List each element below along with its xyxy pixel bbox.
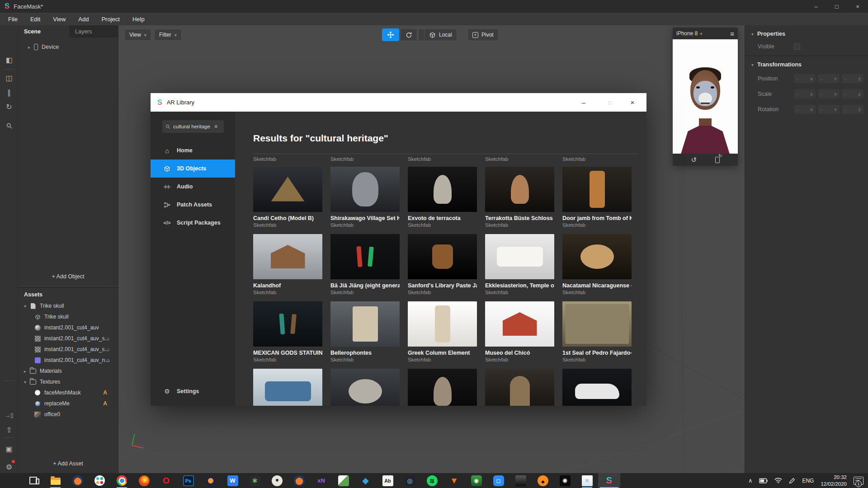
- position-z-field[interactable]: -Z: [842, 74, 863, 83]
- taskbar-lens-studio[interactable]: S: [598, 473, 620, 488]
- library-item-card[interactable]: MEXICAN GODS STATUINE ... Sketchfab: [253, 301, 322, 362]
- library-item-card[interactable]: Bā Jiǎ Jiāng (eight general... Sketchfab: [330, 234, 400, 295]
- library-item-card[interactable]: Sanford's Library Paste Jar Sketchfab: [408, 234, 477, 295]
- taskbar-translator[interactable]: Ab: [377, 473, 399, 488]
- search-zoom-icon[interactable]: [0, 120, 18, 131]
- item-thumbnail[interactable]: [485, 369, 554, 406]
- asset-row-textures-folder[interactable]: ▾ Textures: [18, 376, 118, 387]
- collapse-arrow-icon[interactable]: ▾: [751, 62, 754, 67]
- library-item-card[interactable]: Kalandhof Sketchfab: [253, 234, 322, 295]
- move-tool-button[interactable]: [382, 28, 399, 41]
- item-thumbnail[interactable]: [485, 234, 554, 279]
- taskbar-xnview[interactable]: xN: [310, 473, 332, 488]
- taskbar-zoom[interactable]: ◻: [487, 473, 509, 488]
- item-thumbnail[interactable]: [253, 301, 322, 347]
- taskbar-chrome[interactable]: [111, 473, 133, 488]
- dialog-minimize-button[interactable]: –: [573, 93, 594, 112]
- scale-x-field[interactable]: -X: [794, 89, 816, 99]
- taskbar-blender-2[interactable]: [288, 473, 310, 488]
- rotate-device-icon[interactable]: [715, 157, 720, 163]
- item-thumbnail[interactable]: [485, 167, 554, 212]
- language-indicator[interactable]: ENG: [802, 478, 814, 484]
- asset-row-trike-skull-mesh[interactable]: Trike skull: [18, 311, 118, 322]
- item-thumbnail[interactable]: [253, 369, 322, 406]
- search-box[interactable]: ✕: [162, 120, 224, 133]
- sync-icon[interactable]: ↻: [0, 101, 18, 113]
- taskbar-cube-3d-app[interactable]: ◆: [354, 473, 377, 488]
- taskbar-openvpn[interactable]: [532, 473, 554, 488]
- asset-row-materials-folder[interactable]: ▸ Materials: [18, 366, 118, 376]
- nav-item-patch-assets[interactable]: Patch Assets: [151, 196, 235, 214]
- collapse-arrow-icon[interactable]: ▾: [24, 380, 29, 385]
- status-circle-icon[interactable]: ○: [106, 357, 110, 364]
- send-to-device-icon[interactable]: →▯: [0, 409, 18, 421]
- taskbar-slack[interactable]: [89, 473, 111, 488]
- library-item-card[interactable]: Nacatamal Nicaraguense - ... Sketchfab: [562, 234, 632, 295]
- camera-icon[interactable]: ◫: [0, 72, 18, 84]
- item-thumbnail[interactable]: [562, 369, 632, 406]
- nav-item-home[interactable]: ⌂ Home: [151, 141, 235, 160]
- taskbar-plant-app[interactable]: ∗: [244, 473, 266, 488]
- restart-preview-icon[interactable]: ↺: [691, 156, 697, 164]
- item-thumbnail[interactable]: [253, 167, 322, 212]
- library-item-card[interactable]: Vertriebenenstein Sketchfab: [330, 369, 400, 406]
- item-thumbnail[interactable]: [408, 167, 477, 212]
- rotation-z-field[interactable]: -Z: [842, 105, 863, 114]
- library-item-card[interactable]: Alto Dignatario Sketchfab: [408, 369, 477, 406]
- menu-file[interactable]: File: [8, 16, 18, 23]
- position-y-field[interactable]: -Y: [818, 74, 840, 83]
- library-item-card[interactable]: KY River Lock & Dam No.1... Sketchfab: [253, 369, 322, 406]
- wifi-icon[interactable]: [774, 478, 782, 483]
- item-thumbnail[interactable]: [408, 301, 477, 347]
- tab-scene[interactable]: Scene: [18, 25, 69, 38]
- dialog-close-button[interactable]: ×: [622, 93, 643, 112]
- add-object-button[interactable]: + Add Object: [52, 273, 85, 280]
- status-circle-icon[interactable]: ○: [106, 346, 110, 353]
- battery-icon[interactable]: [759, 478, 768, 483]
- properties-section-header[interactable]: ▾ Properties: [745, 25, 868, 37]
- item-thumbnail[interactable]: [408, 369, 477, 406]
- library-item-card[interactable]: Shirakawago Village Set H... Sketchfab: [330, 167, 400, 228]
- library-item-card[interactable]: Exvoto de terracota Sketchfab: [408, 167, 477, 228]
- scale-z-field[interactable]: -Z: [842, 89, 863, 99]
- export-icon[interactable]: ⇧: [0, 424, 18, 436]
- local-space-button[interactable]: Local: [424, 28, 457, 41]
- nav-item-3d-objects[interactable]: 3D Objects: [151, 160, 235, 178]
- taskbar-spotify[interactable]: ≋: [421, 473, 443, 488]
- pivot-button[interactable]: × Pivot: [467, 28, 499, 41]
- package-icon[interactable]: ▣: [0, 443, 18, 455]
- menu-help[interactable]: Help: [132, 16, 145, 23]
- window-minimize-button[interactable]: –: [806, 0, 826, 13]
- device-selector[interactable]: iPhone 8: [676, 30, 698, 37]
- asset-row-facemeshmask[interactable]: faceMeshMask A: [18, 387, 118, 398]
- asset-row-replaceme[interactable]: replaceMe A: [18, 398, 118, 409]
- asset-row-texture-2[interactable]: instant2.001_cut4_auv_s... ○: [18, 344, 118, 355]
- notification-center-icon[interactable]: 1: [854, 477, 863, 485]
- asset-row-trike-skull-root[interactable]: ▾ Trike skull: [18, 300, 118, 311]
- library-item-card[interactable]: Ekklesiasterion, Temple of I... Sketchfa…: [485, 234, 554, 295]
- asset-row-texture-1[interactable]: instant2.001_cut4_auv_s... ○: [18, 333, 118, 344]
- pause-bars-icon[interactable]: ∥: [0, 86, 18, 98]
- library-item-card[interactable]: Sepulcro de Gajes. Claustro... Sketchfab: [485, 369, 554, 406]
- item-thumbnail[interactable]: [485, 301, 554, 347]
- taskbar-photoshop[interactable]: Ps: [177, 473, 199, 488]
- library-item-card[interactable]: Museo del Chicó Sketchfab: [485, 301, 554, 362]
- taskbar-electron-app[interactable]: ◎: [399, 473, 421, 488]
- item-thumbnail[interactable]: [562, 167, 632, 212]
- clear-search-icon[interactable]: ✕: [214, 124, 218, 130]
- search-input[interactable]: [173, 124, 211, 129]
- taskbar-console[interactable]: [509, 473, 532, 488]
- collapse-arrow-icon[interactable]: ▾: [24, 304, 29, 309]
- item-thumbnail[interactable]: [562, 301, 632, 347]
- clock[interactable]: 20:32 12/02/2020: [821, 474, 847, 488]
- window-maximize-button[interactable]: □: [826, 0, 847, 13]
- filter-dropdown[interactable]: Filter ▾: [154, 29, 182, 41]
- taskbar-audacity[interactable]: [199, 473, 222, 488]
- item-thumbnail[interactable]: [408, 234, 477, 279]
- nav-item-script-packages[interactable]: </> Script Packages: [151, 214, 235, 232]
- menu-edit[interactable]: Edit: [30, 16, 40, 23]
- rotation-x-field[interactable]: -X: [794, 105, 816, 114]
- item-thumbnail[interactable]: [330, 301, 400, 347]
- status-circle-icon[interactable]: ○: [106, 335, 110, 342]
- visible-checkbox[interactable]: [794, 43, 800, 50]
